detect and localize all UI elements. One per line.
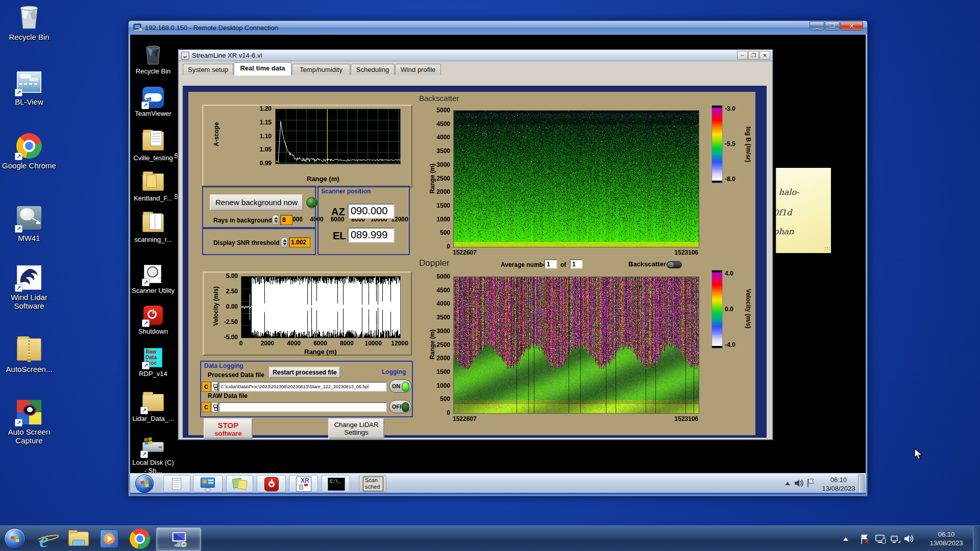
vi-close-button[interactable]: ✕ <box>760 51 770 60</box>
processed-path-browse-icon[interactable] <box>211 382 218 392</box>
desktop-icon-auto-screen-capture[interactable]: ↗ Auto Screen Capture <box>1 399 57 445</box>
rays-spinner[interactable] <box>272 215 279 225</box>
restart-processed-file-button[interactable]: Restart processed file <box>269 367 340 378</box>
vi-minimize-button[interactable]: ─ <box>737 51 748 60</box>
taskbar-media-player[interactable] <box>97 529 121 549</box>
ascope-y-axis-label: A-scope <box>213 119 220 149</box>
remote-clock[interactable]: 06:10 13/08/2023 <box>820 475 857 493</box>
snr-value-field[interactable]: 1.002 <box>289 237 310 247</box>
rdc-titlebar[interactable]: 192.168.0.150 - Remote Desktop Connectio… <box>129 21 867 35</box>
taskbar-display-settings-button[interactable] <box>193 475 223 492</box>
backscatter-toggle-switch[interactable] <box>667 261 682 268</box>
desktop-icon-mw41[interactable]: ↗ MW41 <box>1 205 57 242</box>
remote-show-desktop-button[interactable] <box>858 474 865 493</box>
zip-folder-icon <box>16 336 42 363</box>
tray-expand-icon[interactable] <box>785 482 790 485</box>
taskbar-notepad-button[interactable] <box>163 475 190 492</box>
average-total-field[interactable]: 1 <box>570 259 583 269</box>
processed-logging-toggle-on[interactable]: ON <box>389 380 411 393</box>
raw-path-drive-icon[interactable]: C <box>202 402 211 412</box>
axis-tick-label: 2.50 <box>226 288 238 295</box>
remote-icon-kentland[interactable]: Kentland_F... <box>131 171 175 202</box>
axis-tick-label: 500 <box>440 395 450 403</box>
volume-icon[interactable] <box>903 534 915 544</box>
tray-network-icon[interactable] <box>890 534 900 544</box>
stop-software-button[interactable]: STOP software <box>204 418 253 439</box>
desktop-icon-google-chrome[interactable]: ↗ Google Chrome <box>1 133 57 170</box>
remote-icon-scanner-utility[interactable]: → ↗ Scanner Utility <box>131 265 175 295</box>
remote-icon-local-disk[interactable]: ↗ Local Disk (C) - Sh... <box>131 437 175 475</box>
show-desktop-button[interactable] <box>973 526 980 551</box>
change-lidar-settings-button[interactable]: Change LiDAR Settings <box>328 418 384 439</box>
tab-real-time-data[interactable]: Real time data <box>234 62 291 76</box>
backscatter-heatmap[interactable] <box>453 110 699 247</box>
rdc-close-button[interactable]: ✕ <box>840 21 863 31</box>
rdc-minimize-button[interactable]: _ <box>810 21 824 31</box>
remote-icon-scanning[interactable]: scanning_r... <box>131 212 175 243</box>
taskbar-cmd-button[interactable]: C:\_ <box>322 475 350 492</box>
vi-maximize-button[interactable]: ❐ <box>748 51 759 60</box>
doppler-x-start: 1522607 <box>453 415 477 422</box>
mouse-cursor <box>914 448 925 460</box>
raw-logging-toggle-off[interactable]: OFF <box>389 400 411 413</box>
rays-value-field[interactable]: 8 <box>280 215 292 225</box>
desktop-icon-autoscreen-zip[interactable]: AutoScreen... <box>1 336 57 373</box>
off-lamp-icon <box>402 402 409 412</box>
action-center-flag-icon[interactable] <box>860 534 870 545</box>
local-disk-icon: ↗ <box>141 437 165 457</box>
action-center-flag-icon[interactable] <box>806 478 816 488</box>
taskbar-windows-explorer[interactable] <box>66 529 91 549</box>
vi-titlebar[interactable]: StreamLine XR v14-6.vi ─ ❐ ✕ <box>179 50 772 61</box>
desktop-icon-bl-view[interactable]: ↗ BL-View <box>1 69 57 106</box>
desktop-icon-recycle-bin[interactable]: Recycle Bin <box>1 4 57 41</box>
remote-icon-lidar-data[interactable]: ↗ Lidar_Data_... <box>131 392 175 422</box>
taskbar-internet-explorer[interactable]: e <box>36 529 60 549</box>
renew-background-button[interactable]: Renew background now <box>210 194 303 211</box>
axis-tick-label: -2.50 <box>224 318 238 325</box>
taskbar-shutdown-button[interactable] <box>257 475 286 492</box>
data-logging-title: Data Logging <box>204 362 243 369</box>
tab-scheduling[interactable]: Scheduling <box>351 64 395 75</box>
remote-start-button[interactable] <box>135 474 154 493</box>
snr-threshold-label: Display SNR threshold <box>213 239 279 246</box>
shortcut-arrow-icon: ↗ <box>140 407 148 414</box>
folder-document-icon <box>141 130 165 153</box>
remote-icon-cville-testing[interactable]: Cville_testing <box>131 130 175 162</box>
taskbar-rdc-active-button[interactable] <box>156 528 201 551</box>
resize-grip-icon[interactable] <box>824 246 829 252</box>
taskbar-sticky-notes-button[interactable] <box>226 475 253 492</box>
processed-path-field[interactable]: C:\Lidar\Data\Proc\2023\202308\20230813\… <box>218 382 387 392</box>
average-number-field[interactable]: 1 <box>544 259 557 269</box>
shortcut-arrow-icon: ↗ <box>140 450 148 458</box>
rdc-maximize-button[interactable]: ❐ <box>825 21 840 31</box>
velocity-y-ticks: 5.002.500.00-2.50-5.00 <box>217 276 239 337</box>
ascope-plot[interactable] <box>275 109 401 164</box>
tray-device-icon[interactable] <box>875 534 886 544</box>
remote-icon-rdp-v14[interactable]: RawDataProc ↗ RDP_v14 <box>131 348 175 378</box>
taskbar-streamline-xr-button[interactable]: XR <box>289 475 318 492</box>
tray-expand-icon[interactable] <box>843 537 848 541</box>
remote-icon-teamviewer[interactable]: ⇄ ↗ TeamViewer <box>131 87 175 117</box>
desktop-icon-label: AutoScreen... <box>1 365 57 373</box>
tab-wind-profile[interactable]: Wind profile <box>395 64 441 75</box>
raw-path-field[interactable] <box>218 402 387 412</box>
az-value-field[interactable]: 090.000 <box>348 204 395 219</box>
raw-path-browse-icon[interactable] <box>211 402 218 412</box>
tab-system-setup[interactable]: System setup <box>183 64 233 75</box>
desktop-icon-wind-lidar-software[interactable]: ↗ Wind Lidar Software <box>1 264 57 310</box>
doppler-heatmap[interactable] <box>453 277 699 414</box>
remote-icon-shutdown[interactable]: ↗ Shutdown <box>131 306 175 335</box>
processed-path-drive-icon[interactable]: C <box>202 382 211 392</box>
tab-temp-humidity[interactable]: Temp/humidity <box>292 64 350 75</box>
host-clock[interactable]: 06:10 13/08/2023 <box>922 530 971 547</box>
sticky-note[interactable]: : halo- 0f1d phan <box>776 168 831 253</box>
el-value-field[interactable]: 089.999 <box>348 228 395 243</box>
start-button[interactable] <box>4 528 26 549</box>
remote-icon-recycle-bin[interactable]: Recycle Bin <box>131 44 175 75</box>
velocity-plot[interactable] <box>241 276 401 338</box>
volume-icon[interactable] <box>794 479 804 488</box>
toggle-knob-icon <box>668 262 674 267</box>
snr-spinner[interactable] <box>281 237 288 247</box>
taskbar-chrome[interactable] <box>128 529 152 549</box>
taskbar-scan-sched-button[interactable]: Scan sched <box>359 475 386 492</box>
